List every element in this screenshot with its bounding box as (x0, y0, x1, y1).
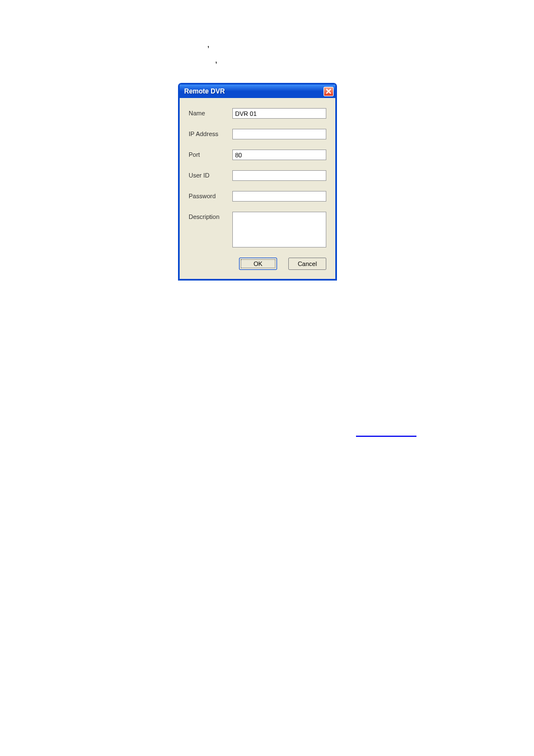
input-ip[interactable] (232, 129, 326, 139)
row-password: Password (189, 191, 326, 202)
stray-mark-1: , (207, 39, 209, 49)
close-button[interactable] (324, 87, 334, 96)
titlebar[interactable]: Remote DVR (180, 85, 335, 98)
input-userid[interactable] (232, 170, 326, 181)
titlebar-title: Remote DVR (184, 87, 225, 95)
input-name[interactable] (232, 108, 326, 119)
row-userid: User ID (189, 170, 326, 181)
input-password[interactable] (232, 191, 326, 202)
underline-mark (356, 436, 416, 437)
stray-mark-2: , (215, 55, 217, 65)
label-name: Name (189, 108, 232, 116)
row-name: Name (189, 108, 326, 119)
cancel-button[interactable]: Cancel (288, 258, 326, 270)
row-ip: IP Address (189, 129, 326, 139)
input-port[interactable] (232, 150, 326, 160)
row-port: Port (189, 150, 326, 160)
label-ip: IP Address (189, 129, 232, 137)
button-row: OK Cancel (189, 258, 326, 270)
ok-button[interactable]: OK (239, 258, 277, 270)
close-icon (326, 88, 331, 94)
label-password: Password (189, 191, 232, 199)
input-description[interactable] (232, 212, 326, 248)
form-body: Name IP Address Port User ID Password De… (180, 98, 335, 279)
remote-dvr-dialog: Remote DVR Name IP Address Port User ID … (178, 83, 337, 281)
row-description: Description (189, 212, 326, 248)
label-port: Port (189, 150, 232, 158)
label-userid: User ID (189, 170, 232, 179)
label-description: Description (189, 212, 232, 220)
